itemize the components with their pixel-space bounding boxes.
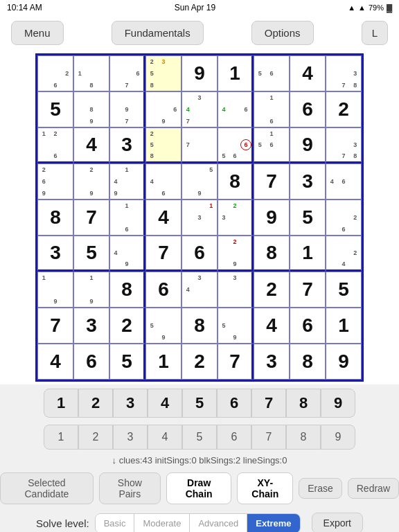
num-btn-1-6[interactable]: 6 [217, 389, 251, 418]
cell-8-2[interactable]: 5 [109, 344, 145, 380]
fundamentals-button[interactable]: Fundamentals [112, 21, 204, 45]
num-btn-2-1[interactable]: 1 [44, 425, 78, 450]
cell-1-4[interactable]: 347 [181, 91, 218, 127]
cell-3-1[interactable]: 29 [73, 163, 109, 200]
cell-3-0[interactable]: 269 [37, 163, 73, 200]
cell-0-6[interactable]: 56 [254, 55, 290, 91]
level-btn-extreme[interactable]: Extreme [247, 514, 299, 533]
cell-7-4[interactable]: 8 [181, 308, 218, 344]
menu-button[interactable]: Menu [11, 21, 64, 45]
cell-4-5[interactable]: 23 [218, 200, 254, 236]
cell-7-8[interactable]: 1 [326, 308, 362, 344]
cell-7-2[interactable]: 2 [109, 308, 145, 344]
redraw-button[interactable]: Redraw [348, 478, 399, 499]
cell-0-8[interactable]: 378 [326, 55, 362, 91]
cell-5-0[interactable]: 3 [37, 236, 73, 272]
num-btn-1-5[interactable]: 5 [182, 389, 217, 418]
cell-3-5[interactable]: 8 [218, 163, 254, 200]
erase-button[interactable]: Erase [299, 478, 342, 499]
cell-5-8[interactable]: 24 [326, 236, 362, 272]
cell-8-0[interactable]: 4 [37, 344, 73, 380]
cell-4-6[interactable]: 9 [254, 200, 290, 236]
export-button[interactable]: Export [312, 513, 363, 532]
cell-3-2[interactable]: 149 [109, 163, 145, 200]
level-btn-advanced[interactable]: Advanced [190, 514, 247, 533]
cell-6-5[interactable]: 3 [218, 272, 254, 308]
num-btn-1-4[interactable]: 4 [148, 389, 182, 418]
cell-8-8[interactable]: 9 [326, 344, 362, 380]
num-btn-1-3[interactable]: 3 [113, 389, 148, 418]
num-btn-2-5[interactable]: 5 [182, 425, 217, 450]
cell-2-3[interactable]: 258 [145, 127, 181, 163]
cell-4-1[interactable]: 7 [73, 200, 109, 236]
cell-0-2[interactable]: 67 [109, 55, 145, 91]
cell-8-7[interactable]: 8 [290, 344, 326, 380]
cell-4-7[interactable]: 5 [290, 200, 326, 236]
cell-5-6[interactable]: 8 [254, 236, 290, 272]
cell-2-6[interactable]: 156 [254, 127, 290, 163]
cell-1-5[interactable]: 46 [218, 91, 254, 127]
cell-2-1[interactable]: 4 [73, 127, 109, 163]
cell-7-1[interactable]: 3 [73, 308, 109, 344]
cell-1-2[interactable]: 97 [109, 91, 145, 127]
cell-2-4[interactable]: 7 [181, 127, 218, 163]
cell-4-3[interactable]: 4 [145, 200, 181, 236]
cell-8-1[interactable]: 6 [73, 344, 109, 380]
num-btn-1-2[interactable]: 2 [78, 389, 113, 418]
cell-5-7[interactable]: 1 [290, 236, 326, 272]
cell-7-6[interactable]: 4 [254, 308, 290, 344]
xy-chain-button[interactable]: XY-Chain [237, 472, 293, 504]
cell-8-6[interactable]: 3 [254, 344, 290, 380]
cell-0-5[interactable]: 1 [218, 55, 254, 91]
options-button[interactable]: Options [251, 21, 314, 45]
cell-2-5[interactable]: 656 [218, 127, 254, 163]
cell-1-1[interactable]: 89 [73, 91, 109, 127]
num-btn-2-4[interactable]: 4 [148, 425, 182, 450]
num-btn-2-2[interactable]: 2 [78, 425, 113, 450]
cell-2-8[interactable]: 378 [326, 127, 362, 163]
cell-1-8[interactable]: 2 [326, 91, 362, 127]
cell-5-1[interactable]: 5 [73, 236, 109, 272]
level-btn-moderate[interactable]: Moderate [134, 514, 190, 533]
cell-3-7[interactable]: 3 [290, 163, 326, 200]
cell-3-3[interactable]: 46 [145, 163, 181, 200]
cell-1-3[interactable]: 69 [145, 91, 181, 127]
cell-4-2[interactable]: 16 [109, 200, 145, 236]
level-btn-basic[interactable]: Basic [96, 514, 135, 533]
cell-4-4[interactable]: 13 [181, 200, 218, 236]
cell-7-3[interactable]: 59 [145, 308, 181, 344]
num-btn-2-8[interactable]: 8 [286, 425, 321, 450]
cell-1-7[interactable]: 6 [290, 91, 326, 127]
cell-6-7[interactable]: 7 [290, 272, 326, 308]
cell-3-8[interactable]: 46 [326, 163, 362, 200]
num-btn-2-3[interactable]: 3 [113, 425, 148, 450]
cell-2-0[interactable]: 126 [37, 127, 73, 163]
cell-6-6[interactable]: 2 [254, 272, 290, 308]
cell-1-0[interactable]: 5 [37, 91, 73, 127]
cell-6-2[interactable]: 8 [109, 272, 145, 308]
num-btn-2-9[interactable]: 9 [321, 425, 355, 450]
level-button[interactable]: L [362, 21, 388, 45]
sudoku-grid[interactable]: 2618672358915643785899769347461662126432… [35, 53, 364, 382]
show-pairs-button[interactable]: Show Pairs [99, 472, 161, 504]
cell-5-4[interactable]: 6 [181, 236, 218, 272]
cell-0-1[interactable]: 18 [73, 55, 109, 91]
cell-0-7[interactable]: 4 [290, 55, 326, 91]
cell-6-1[interactable]: 19 [73, 272, 109, 308]
cell-5-5[interactable]: 29 [218, 236, 254, 272]
cell-4-8[interactable]: 26 [326, 200, 362, 236]
num-btn-2-7[interactable]: 7 [251, 425, 286, 450]
cell-0-4[interactable]: 9 [181, 55, 218, 91]
num-btn-2-6[interactable]: 6 [217, 425, 251, 450]
cell-5-2[interactable]: 49 [109, 236, 145, 272]
cell-7-5[interactable]: 59 [218, 308, 254, 344]
cell-6-4[interactable]: 34 [181, 272, 218, 308]
cell-2-2[interactable]: 3 [109, 127, 145, 163]
cell-1-6[interactable]: 16 [254, 91, 290, 127]
cell-8-3[interactable]: 1 [145, 344, 181, 380]
cell-6-0[interactable]: 19 [37, 272, 73, 308]
cell-8-5[interactable]: 7 [218, 344, 254, 380]
cell-5-3[interactable]: 7 [145, 236, 181, 272]
num-btn-1-8[interactable]: 8 [286, 389, 321, 418]
num-btn-1-9[interactable]: 9 [321, 389, 355, 418]
